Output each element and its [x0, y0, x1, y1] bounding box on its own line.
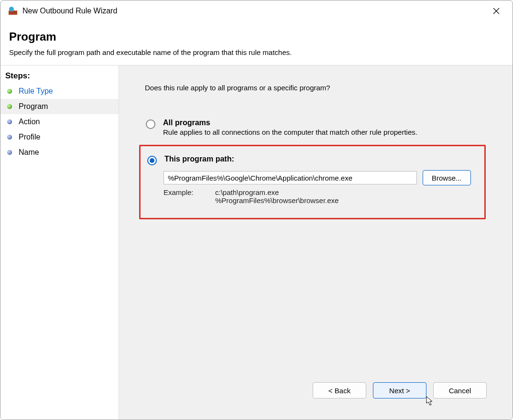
step-dot-icon: [7, 135, 12, 140]
next-button[interactable]: Next >: [373, 382, 426, 398]
cancel-button[interactable]: Cancel: [433, 382, 487, 398]
page-title: Program: [9, 30, 504, 43]
highlight-annotation: This program path: Browse... Example: c:…: [139, 145, 486, 219]
step-dot-icon: [7, 119, 12, 124]
option-all-title: All programs: [163, 118, 498, 127]
close-button[interactable]: [486, 3, 507, 19]
step-dot-icon: [7, 104, 12, 109]
wizard-content: Does this rule apply to all programs or …: [119, 65, 513, 420]
radio-this-program[interactable]: [147, 156, 157, 165]
close-icon: [493, 8, 500, 14]
step-label: Action: [19, 118, 40, 126]
steps-sidebar: Steps: Rule Type Program Action Profile …: [0, 65, 119, 420]
step-dot-icon: [7, 89, 12, 94]
window-title: New Outbound Rule Wizard: [22, 7, 117, 15]
question-text: Does this rule apply to all programs or …: [145, 84, 499, 92]
svg-point-5: [9, 7, 14, 11]
example-lines: c:\path\program.exe %ProgramFiles%\brows…: [215, 188, 338, 205]
option-this-title: This program path:: [164, 155, 478, 163]
browse-button[interactable]: Browse...: [423, 170, 471, 185]
step-dot-icon: [7, 150, 12, 155]
step-label: Name: [19, 148, 39, 157]
step-action[interactable]: Action: [0, 114, 119, 129]
wizard-header: Program Specify the full program path an…: [0, 22, 513, 65]
program-path-input[interactable]: [164, 171, 417, 184]
page-subtitle: Specify the full program path and execut…: [9, 48, 504, 56]
option-all-desc: Rule applies to all connections on the c…: [163, 128, 498, 136]
titlebar: New Outbound Rule Wizard: [0, 0, 513, 22]
steps-heading: Steps:: [0, 67, 119, 84]
step-name[interactable]: Name: [0, 145, 119, 160]
step-rule-type[interactable]: Rule Type: [0, 84, 119, 99]
radio-all-programs[interactable]: [146, 119, 155, 129]
step-label: Rule Type: [19, 87, 53, 96]
step-profile[interactable]: Profile: [0, 129, 119, 145]
option-this-program[interactable]: This program path:: [146, 155, 479, 165]
wizard-body: Steps: Rule Type Program Action Profile …: [0, 65, 513, 420]
firewall-icon: [8, 6, 18, 16]
example-label: Example:: [164, 188, 215, 205]
wizard-footer: < Back Next > Cancel: [145, 376, 499, 410]
back-button[interactable]: < Back: [313, 382, 366, 398]
step-label: Program: [19, 102, 48, 111]
option-all-programs[interactable]: All programs Rule applies to all connect…: [145, 118, 499, 136]
step-label: Profile: [19, 133, 40, 141]
step-program[interactable]: Program: [0, 99, 119, 114]
